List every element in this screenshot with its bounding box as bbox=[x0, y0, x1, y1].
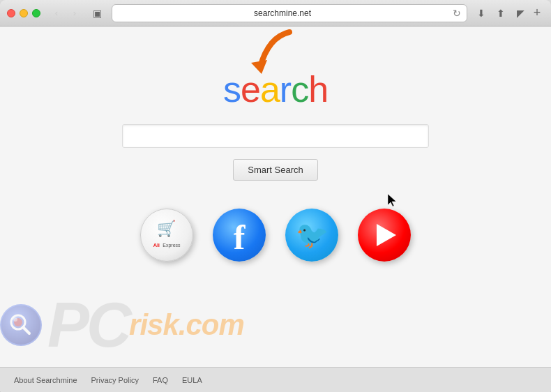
minimize-button[interactable] bbox=[20, 9, 28, 17]
facebook-letter: f bbox=[234, 220, 246, 255]
youtube-play-icon bbox=[377, 224, 396, 246]
footer-privacy-link[interactable]: Privacy Policy bbox=[91, 376, 139, 384]
search-input-wrapper bbox=[122, 124, 429, 148]
aliexpress-cart-icon: 🛒 bbox=[153, 220, 180, 237]
tab-overview-icon[interactable]: ▣ bbox=[89, 6, 105, 21]
browser-window: ‹ › ▣ searchmine.net ↻ ⬇ ⬆ ◤ + bbox=[0, 0, 551, 392]
address-text: searchmine.net bbox=[118, 8, 447, 18]
search-logo: search bbox=[223, 68, 328, 110]
footer-bar: About Searchmine Privacy Policy FAQ EULA bbox=[0, 367, 551, 392]
footer-eula-link[interactable]: EULA bbox=[182, 376, 202, 384]
add-tab-button[interactable]: + bbox=[530, 6, 544, 20]
search-page: search Smart Search 🛒 Ali Express bbox=[0, 27, 551, 392]
aliexpress-express-text: Express bbox=[163, 243, 180, 248]
title-bar: ‹ › ▣ searchmine.net ↻ ⬇ ⬆ ◤ + bbox=[0, 0, 551, 27]
browser-content: search Smart Search 🛒 Ali Express bbox=[0, 27, 551, 392]
footer-faq-link[interactable]: FAQ bbox=[153, 376, 168, 384]
logo-letter-r: r bbox=[280, 69, 291, 110]
traffic-lights bbox=[7, 9, 40, 17]
toolbar-right: ⬇ ⬆ ◤ bbox=[474, 6, 527, 20]
search-input[interactable] bbox=[122, 124, 429, 148]
back-button[interactable]: ‹ bbox=[49, 6, 64, 21]
twitter-bird-icon: 🐦 bbox=[296, 220, 329, 250]
facebook-icon[interactable]: f bbox=[213, 209, 266, 262]
nav-buttons: ‹ › bbox=[49, 6, 82, 21]
logo-letter-e: e bbox=[241, 69, 260, 110]
twitter-icon[interactable]: 🐦 bbox=[285, 209, 338, 262]
youtube-icon[interactable] bbox=[358, 209, 411, 262]
aliexpress-icon[interactable]: 🛒 Ali Express bbox=[140, 209, 193, 262]
share-icon[interactable]: ⬆ bbox=[494, 6, 508, 20]
smart-search-button[interactable]: Smart Search bbox=[233, 159, 317, 181]
forward-button[interactable]: › bbox=[67, 6, 82, 21]
logo-letter-a: a bbox=[260, 69, 280, 110]
search-button-wrapper: Smart Search bbox=[233, 159, 317, 181]
sidebar-icon[interactable]: ◤ bbox=[513, 6, 527, 20]
logo-letter-s: s bbox=[223, 69, 241, 110]
logo-letter-h: h bbox=[308, 69, 328, 110]
download-icon[interactable]: ⬇ bbox=[474, 6, 488, 20]
reload-button[interactable]: ↻ bbox=[453, 8, 461, 19]
social-icons-row: 🛒 Ali Express f 🐦 bbox=[140, 209, 411, 262]
close-button[interactable] bbox=[7, 9, 15, 17]
maximize-button[interactable] bbox=[32, 9, 40, 17]
logo-letter-c: c bbox=[291, 69, 308, 110]
footer-about-link[interactable]: About Searchmine bbox=[14, 376, 77, 384]
address-bar[interactable]: searchmine.net ↻ bbox=[112, 4, 467, 22]
aliexpress-text: Ali bbox=[153, 242, 159, 248]
